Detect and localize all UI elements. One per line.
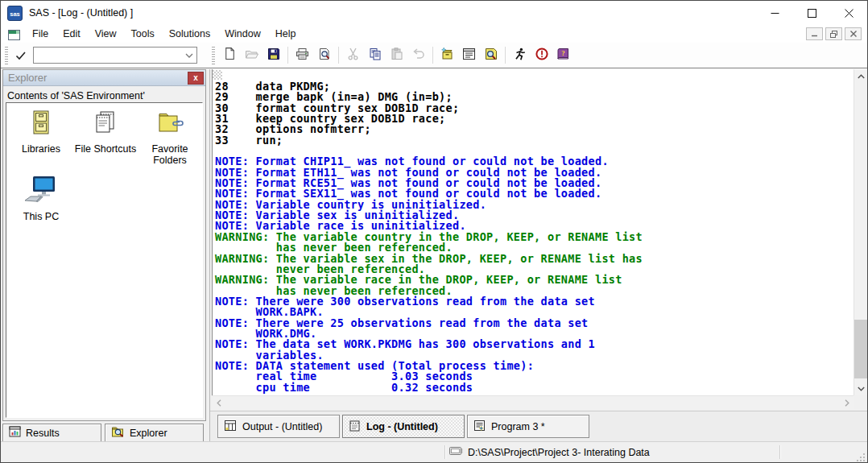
- break-button[interactable]: [531, 45, 552, 65]
- explorer-item-label: Favorite Folders: [138, 143, 202, 166]
- statusbar-path-cell: D:\SAS\Project\Project 3- Interating Dat…: [449, 442, 650, 462]
- menu-edit[interactable]: Edit: [56, 27, 88, 41]
- tab-log-window[interactable]: Log - (Untitled): [342, 415, 465, 438]
- libraries-icon: [27, 110, 56, 140]
- tab-label: Program 3 *: [491, 421, 545, 432]
- file-shortcuts-icon: [91, 110, 120, 140]
- explorer-item-file-shortcuts[interactable]: File Shortcuts: [73, 110, 138, 166]
- help-button[interactable]: ?: [552, 45, 574, 65]
- tab-label: Explorer: [130, 428, 167, 439]
- log-line: 32 options nofmterr;: [215, 124, 854, 134]
- svg-text:?: ?: [561, 49, 565, 57]
- explorer-item-label: Libraries: [22, 143, 60, 155]
- toolbar-separator: [287, 47, 288, 64]
- explorer-icon-area: Libraries File Shortcuts F: [6, 102, 203, 418]
- submit-icon: [514, 48, 526, 64]
- docked-window-tabs: Results Explorer: [2, 424, 204, 442]
- copy-button[interactable]: [364, 45, 386, 65]
- paste-button[interactable]: [386, 45, 407, 65]
- tab-results[interactable]: Results: [2, 424, 101, 442]
- explorer-close-button[interactable]: x: [188, 72, 204, 85]
- print-button[interactable]: [291, 45, 313, 65]
- find-document-icon: [484, 48, 498, 64]
- close-button[interactable]: [830, 1, 867, 25]
- resize-grip[interactable]: [856, 451, 866, 461]
- vertical-scroll-thumb[interactable]: [854, 320, 868, 378]
- submit-button[interactable]: [509, 45, 531, 65]
- titlebar: sas SAS - [Log - (Untitled) ]: [1, 1, 867, 25]
- mdi-minimize-button[interactable]: [806, 27, 823, 40]
- statusbar: D:\SAS\Project\Project 3- Interating Dat…: [1, 441, 867, 462]
- help-icon: ?: [556, 48, 570, 63]
- toolbar: ?: [1, 43, 867, 68]
- log-content[interactable]: 28 data PKDMG;29 merge bapk (in=a) DMG (…: [212, 69, 854, 395]
- tab-label: Output - (Untitled): [242, 421, 322, 432]
- scroll-up-arrow[interactable]: [854, 69, 868, 83]
- cut-icon: [347, 48, 359, 64]
- window-title: SAS - [Log - (Untitled) ]: [29, 7, 133, 19]
- explorer-item-libraries[interactable]: Libraries: [9, 110, 73, 166]
- explorer-item-label: File Shortcuts: [75, 143, 136, 155]
- open-button[interactable]: [241, 45, 262, 65]
- save-button[interactable]: [262, 45, 284, 65]
- command-submit-check-button[interactable]: [12, 47, 30, 64]
- tab-explorer[interactable]: Explorer: [105, 424, 204, 442]
- explorer-icon: [111, 426, 125, 440]
- chevron-down-icon[interactable]: [182, 53, 196, 58]
- explorer-titlebar: Explorer x: [3, 70, 205, 86]
- toolbar-separator: [505, 47, 506, 64]
- explorer-item-this-pc[interactable]: This PC: [9, 176, 73, 222]
- scroll-left-arrow[interactable]: [212, 396, 225, 410]
- output-window-icon: [224, 420, 237, 434]
- cut-button[interactable]: [342, 45, 364, 65]
- scroll-right-arrow[interactable]: [840, 396, 854, 410]
- menu-help[interactable]: Help: [268, 27, 304, 41]
- vertical-scrollbar[interactable]: [854, 69, 867, 395]
- tab-program-3[interactable]: Program 3 *: [467, 415, 589, 438]
- statusbar-separator: [779, 445, 780, 459]
- mdi-restore-button[interactable]: [825, 27, 842, 40]
- print-preview-icon: [318, 48, 331, 64]
- minimize-button[interactable]: [756, 1, 793, 25]
- this-pc-icon: [23, 176, 59, 208]
- new-library-button[interactable]: [436, 45, 458, 65]
- tab-label: Log - (Untitled): [366, 421, 438, 432]
- scroll-down-arrow[interactable]: [854, 382, 868, 395]
- command-input[interactable]: [34, 48, 182, 62]
- mdi-controls: [806, 27, 862, 40]
- explorer-item-label: This PC: [23, 211, 59, 222]
- program-window-button[interactable]: [458, 45, 480, 65]
- mdi-close-button[interactable]: [845, 27, 862, 40]
- log-window: 28 data PKDMG;29 merge bapk (in=a) DMG (…: [210, 69, 868, 443]
- menu-solutions[interactable]: Solutions: [162, 27, 217, 41]
- window-controls: [756, 1, 867, 25]
- log-line: 33 run;: [215, 135, 854, 146]
- statusbar-path: D:\SAS\Project\Project 3- Interating Dat…: [468, 447, 650, 458]
- menubar: File Edit View Tools Solutions Window He…: [1, 25, 867, 43]
- menu-file[interactable]: File: [25, 27, 56, 41]
- explorer-panel: Explorer x Contents of 'SAS Environment'…: [1, 69, 210, 443]
- print-preview-button[interactable]: [313, 45, 335, 65]
- maximize-button[interactable]: [793, 1, 830, 25]
- menu-tools[interactable]: Tools: [124, 27, 162, 41]
- menu-view[interactable]: View: [88, 27, 124, 41]
- document-system-menu-icon[interactable]: [8, 29, 20, 39]
- toolbar-gripper-2[interactable]: [212, 47, 215, 64]
- break-icon: [535, 48, 548, 64]
- explorer-item-favorite-folders[interactable]: Favorite Folders: [138, 110, 202, 166]
- program-window-icon: [462, 48, 476, 64]
- tab-label: Results: [26, 428, 60, 439]
- new-document-icon: [223, 47, 237, 64]
- undo-button[interactable]: [407, 45, 429, 65]
- sas-logo-icon: sas: [7, 6, 23, 21]
- log-line: cpu time 0.32 seconds: [215, 382, 854, 393]
- command-combobox: [33, 47, 197, 64]
- horizontal-scrollbar[interactable]: [212, 395, 854, 409]
- paste-icon: [391, 48, 403, 64]
- new-document-button[interactable]: [219, 45, 241, 65]
- toolbar-gripper[interactable]: [5, 47, 8, 64]
- tab-output-window[interactable]: Output - (Untitled): [217, 415, 340, 438]
- menu-window[interactable]: Window: [217, 27, 267, 41]
- find-document-button[interactable]: [480, 45, 502, 65]
- svg-text:sas: sas: [10, 10, 20, 17]
